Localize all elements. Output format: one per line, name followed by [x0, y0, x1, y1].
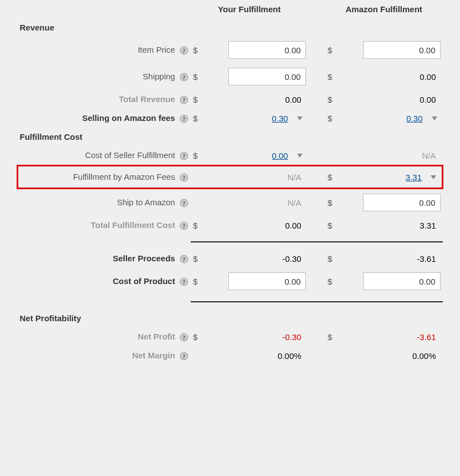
- section-net-profitability: Net Profitability: [18, 309, 443, 327]
- row-label-net-margin: Net Margin ?: [18, 346, 191, 365]
- currency-symbol: $: [325, 90, 341, 109]
- help-icon[interactable]: ?: [180, 173, 188, 182]
- fba-fees-amazon-link[interactable]: 3.31: [406, 173, 422, 182]
- help-icon[interactable]: ?: [180, 73, 188, 82]
- help-icon[interactable]: ?: [180, 199, 188, 207]
- row-label-seller-fulfillment: Cost of Seller Fulfillment ?: [18, 146, 191, 166]
- currency-symbol: $: [191, 90, 207, 109]
- cost-of-product-amazon-input[interactable]: [363, 272, 441, 290]
- row-label-total-fulfillment: Total Fulfillment Cost ?: [18, 216, 191, 235]
- svg-text:?: ?: [182, 115, 186, 122]
- currency-symbol: $: [191, 63, 207, 90]
- svg-text:?: ?: [182, 97, 186, 103]
- ship-to-amazon-input[interactable]: [363, 194, 441, 211]
- help-icon[interactable]: ?: [180, 46, 188, 55]
- total-revenue-amazon-value: 0.00: [363, 95, 441, 104]
- item-price-amazon-input[interactable]: [363, 41, 441, 59]
- chevron-down-icon[interactable]: [297, 154, 303, 158]
- seller-fulfillment-amazon-na: N/A: [363, 151, 441, 160]
- section-fulfillment-cost: Fulfillment Cost: [18, 128, 443, 146]
- currency-symbol: $: [325, 37, 341, 63]
- divider: [191, 241, 442, 242]
- section-revenue: Revenue: [18, 18, 443, 37]
- currency-symbol: $: [325, 109, 341, 128]
- fba-fees-your-na: N/A: [228, 173, 306, 182]
- svg-text:?: ?: [182, 200, 186, 206]
- selling-fees-your-link[interactable]: 0.30: [272, 114, 288, 123]
- chevron-down-icon[interactable]: [432, 117, 437, 120]
- total-fulfillment-amazon-value: 3.31: [363, 221, 441, 230]
- calculator-table: Your Fulfillment Amazon Fulfillment Reve…: [17, 0, 443, 365]
- ship-to-amazon-your-na: N/A: [228, 198, 306, 207]
- help-icon[interactable]: ?: [180, 95, 188, 104]
- column-header-amazon: Amazon Fulfillment: [325, 0, 443, 18]
- cost-of-product-your-input[interactable]: [228, 272, 306, 290]
- row-label-net-profit: Net Profit ?: [18, 327, 191, 346]
- help-icon[interactable]: ?: [180, 221, 188, 230]
- net-profit-your-value: -0.30: [228, 332, 306, 342]
- item-price-your-input[interactable]: [228, 41, 306, 59]
- help-icon[interactable]: ?: [180, 333, 188, 342]
- svg-text:?: ?: [182, 278, 186, 285]
- help-icon[interactable]: ?: [180, 255, 188, 264]
- help-icon[interactable]: ?: [180, 151, 188, 160]
- currency-symbol: $: [325, 189, 341, 216]
- total-fulfillment-your-value: 0.00: [228, 221, 306, 230]
- net-margin-amazon-value: 0.00%: [363, 351, 441, 361]
- svg-text:?: ?: [182, 353, 186, 359]
- svg-text:?: ?: [182, 334, 186, 341]
- help-icon[interactable]: ?: [180, 352, 188, 361]
- column-header-your: Your Fulfillment: [191, 0, 308, 18]
- currency-symbol: $: [325, 216, 341, 235]
- currency-symbol: $: [325, 327, 341, 346]
- total-revenue-your-value: 0.00: [228, 95, 306, 104]
- svg-text:?: ?: [182, 174, 186, 181]
- fba-calculator: Your Fulfillment Amazon Fulfillment Reve…: [0, 0, 460, 376]
- shipping-amazon-value: 0.00: [363, 72, 441, 82]
- help-icon[interactable]: ?: [180, 114, 188, 123]
- divider: [191, 301, 442, 302]
- currency-symbol: $: [325, 268, 341, 295]
- row-label-fba-fees: Fulfillment by Amazon Fees ?: [18, 166, 191, 189]
- seller-proceeds-your-value: -0.30: [228, 254, 306, 264]
- svg-text:?: ?: [182, 222, 186, 229]
- help-icon[interactable]: ?: [180, 277, 188, 286]
- currency-symbol: $: [325, 249, 341, 268]
- currency-symbol: $: [191, 327, 207, 346]
- selling-fees-amazon-link[interactable]: 0.30: [406, 114, 422, 123]
- row-label-total-revenue: Total Revenue ?: [18, 90, 191, 109]
- currency-symbol: $: [191, 249, 207, 268]
- currency-symbol: $: [325, 166, 341, 189]
- row-label-seller-proceeds: Seller Proceeds ?: [18, 249, 191, 268]
- row-label-shipping: Shipping ?: [18, 63, 191, 90]
- currency-symbol: $: [191, 146, 207, 166]
- shipping-your-input[interactable]: [228, 68, 306, 85]
- currency-symbol: $: [191, 37, 207, 63]
- svg-text:?: ?: [182, 153, 186, 159]
- net-margin-your-value: 0.00%: [228, 351, 306, 361]
- net-profit-amazon-value: -3.61: [363, 332, 441, 342]
- currency-symbol: $: [191, 268, 207, 295]
- row-label-cost-of-product: Cost of Product ?: [18, 268, 191, 295]
- row-label-selling-fees: Selling on Amazon fees ?: [18, 109, 191, 128]
- chevron-down-icon[interactable]: [297, 117, 303, 120]
- seller-proceeds-amazon-value: -3.61: [363, 254, 441, 264]
- currency-symbol: $: [191, 216, 207, 235]
- svg-text:?: ?: [182, 47, 186, 54]
- seller-fulfillment-your-link[interactable]: 0.00: [272, 151, 288, 160]
- currency-symbol: $: [191, 109, 207, 128]
- svg-text:?: ?: [182, 74, 186, 80]
- currency-symbol: $: [325, 63, 341, 90]
- row-label-item-price: Item Price ?: [18, 37, 191, 63]
- row-label-ship-to-amazon: Ship to Amazon ?: [18, 189, 191, 216]
- highlighted-row-fba-fees: Fulfillment by Amazon Fees ? N/A $ 3.31: [18, 166, 443, 189]
- chevron-down-icon[interactable]: [431, 175, 436, 179]
- svg-text:?: ?: [182, 256, 186, 262]
